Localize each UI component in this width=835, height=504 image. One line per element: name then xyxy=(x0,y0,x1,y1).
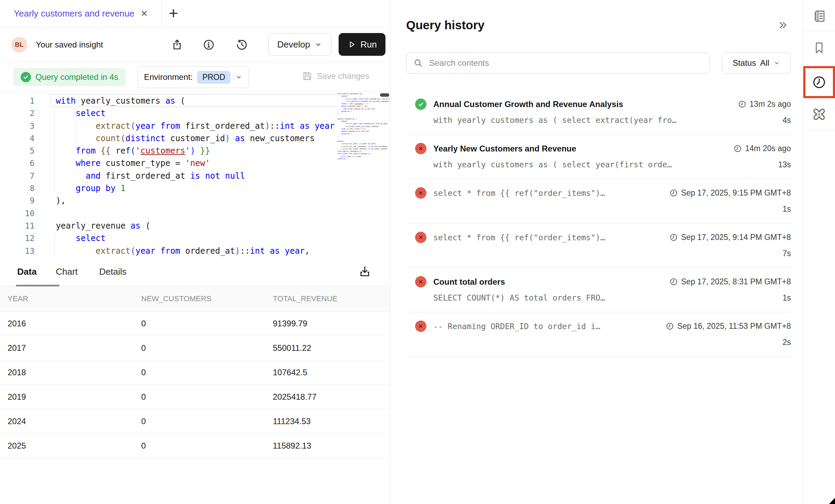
history-item-timestamp: 14m 20s ago xyxy=(733,144,791,153)
x-icon xyxy=(418,145,424,152)
sql-editor[interactable]: 12345678910111213 with yearly_customers … xyxy=(0,92,390,258)
line-numbers: 12345678910111213 xyxy=(0,95,34,257)
search-box[interactable] xyxy=(406,52,710,74)
notebook-icon[interactable] xyxy=(803,9,835,23)
status-icon xyxy=(415,276,426,287)
scrollbar-thumb[interactable] xyxy=(380,93,389,97)
history-item-duration: 4s xyxy=(783,116,791,125)
results-tab-bar: Data Chart Details xyxy=(0,258,390,286)
tab-chart[interactable]: Chart xyxy=(56,258,78,286)
status-filter[interactable]: Status All xyxy=(722,52,791,74)
history-item-title: select * from {{ ref("order_items")… xyxy=(433,233,662,242)
status-filter-label: Status xyxy=(733,58,756,68)
history-item-timestamp: 13m 2s ago xyxy=(738,99,791,109)
results-section: Data Chart Details YEAR NEW_CUSTOMERS TO… xyxy=(0,258,390,458)
environment-label: Environment: xyxy=(144,72,193,82)
tab-details[interactable]: Details xyxy=(99,258,126,286)
sidebar-divider xyxy=(803,130,835,130)
status-bar: Query completed in 4s Environment: PROD … xyxy=(0,62,390,92)
history-item[interactable]: Annual Customer Growth and Revenue Analy… xyxy=(406,90,791,135)
develop-label: Develop xyxy=(277,39,310,50)
new-tab-button[interactable]: + xyxy=(169,0,178,26)
chevron-down-icon xyxy=(773,60,780,66)
bookmark-icon[interactable] xyxy=(803,41,835,55)
info-icon[interactable] xyxy=(203,39,215,51)
search-icon xyxy=(413,58,423,68)
tab-divider xyxy=(161,0,162,27)
tab-yearly-customers[interactable]: Yearly customers and revenue xyxy=(14,0,134,27)
column-total-revenue: TOTAL_REVENUE xyxy=(273,294,390,303)
environment-selector[interactable]: Environment: PROD xyxy=(137,66,249,88)
history-item[interactable]: select * from {{ ref("order_items")… Sep… xyxy=(406,223,791,268)
chevron-down-icon xyxy=(235,73,243,81)
x-icon xyxy=(418,323,424,329)
history-item-duration: 1s xyxy=(783,293,791,303)
minimap[interactable]: with yearly_customers as ( select extrac… xyxy=(337,92,390,257)
status-icon xyxy=(415,321,426,332)
column-year: YEAR xyxy=(8,294,141,303)
history-item-title: select * from {{ ref("order_items")… xyxy=(433,189,662,198)
save-changes-button[interactable]: Save changes xyxy=(302,71,369,82)
share-icon[interactable] xyxy=(171,39,183,51)
history-controls: Status All xyxy=(406,52,791,74)
x-icon xyxy=(418,234,424,241)
download-icon[interactable] xyxy=(358,265,371,278)
history-item-duration: 13s xyxy=(778,160,791,169)
status-icon xyxy=(415,143,426,154)
run-label: Run xyxy=(360,39,377,50)
version-history-icon[interactable] xyxy=(236,39,248,51)
table-row: 2016091399.79 xyxy=(0,312,390,336)
status-icon xyxy=(415,187,426,199)
indent-guide xyxy=(54,107,55,195)
explore-lineage-icon[interactable] xyxy=(803,106,835,122)
collapse-panel-icon[interactable] xyxy=(778,20,788,30)
history-item[interactable]: Count total orders Sep 17, 2025, 8:31 PM… xyxy=(406,268,791,312)
insight-header: BL Your saved insight Develop xyxy=(0,28,390,62)
search-input[interactable] xyxy=(429,58,702,68)
history-item-title: Yearly New Customers and Revenue xyxy=(433,144,726,154)
history-item-duration: 1s xyxy=(783,204,791,214)
clock-icon xyxy=(669,277,678,286)
table-row: 20240111234.53 xyxy=(0,409,390,434)
code-content: with yearly_customers as ( select extrac… xyxy=(56,95,334,257)
history-item-timestamp: Sep 16, 2025, 11:53 PM GMT+8 xyxy=(666,322,791,331)
save-changes-label: Save changes xyxy=(317,71,369,81)
clock-icon xyxy=(666,322,674,330)
query-status-text: Query completed in 4s xyxy=(35,72,118,82)
clock-icon xyxy=(669,233,678,242)
history-item-timestamp: Sep 17, 2025, 9:15 PM GMT+8 xyxy=(669,188,791,198)
history-clock-icon[interactable] xyxy=(812,75,826,90)
history-item-query-preview: with yearly_customers as ( select extrac… xyxy=(433,116,776,125)
active-tab-indicator xyxy=(16,285,60,286)
history-item[interactable]: select * from {{ ref("order_items")… Sep… xyxy=(406,179,791,223)
table-row: 201902025418.77 xyxy=(0,385,390,409)
status-icon xyxy=(415,232,426,243)
tab-bar: Yearly customers and revenue ✕ + xyxy=(0,0,390,28)
develop-button[interactable]: Develop xyxy=(268,33,331,56)
table-header: YEAR NEW_CUSTOMERS TOTAL_REVENUE xyxy=(0,286,390,312)
run-button[interactable]: Run xyxy=(339,33,385,56)
history-item-query-preview: SELECT COUNT(*) AS total_orders FRO… xyxy=(433,293,776,302)
history-item-timestamp: Sep 17, 2025, 8:31 PM GMT+8 xyxy=(669,277,791,286)
play-icon xyxy=(347,40,356,49)
history-item-title: Annual Customer Growth and Revenue Analy… xyxy=(433,99,731,109)
history-item-title: Count total orders xyxy=(433,277,662,287)
clock-icon xyxy=(669,189,678,197)
history-item[interactable]: -- Renaming ORDER_ID to order_id i… Sep … xyxy=(406,312,791,357)
tab-close-icon[interactable]: ✕ xyxy=(141,0,148,27)
clock-icon xyxy=(733,144,742,153)
history-item[interactable]: Yearly New Customers and Revenue 14m 20s… xyxy=(406,135,791,179)
history-item-duration: 7s xyxy=(783,249,791,258)
tab-data[interactable]: Data xyxy=(17,258,37,286)
query-history-title: Query history xyxy=(406,18,791,32)
sidebar-divider xyxy=(803,31,835,31)
history-item-query-preview: with yearly_customers as ( select year(f… xyxy=(433,160,771,169)
success-check-icon xyxy=(21,72,31,82)
right-sidebar xyxy=(803,0,835,504)
status-icon xyxy=(415,98,426,110)
insight-title: Your saved insight xyxy=(36,28,103,62)
check-icon xyxy=(418,101,424,108)
table-body: 2016091399.7920170550011.2220180107642.5… xyxy=(0,312,390,458)
query-status-badge: Query completed in 4s xyxy=(13,68,126,86)
table-row: 20170550011.22 xyxy=(0,336,390,360)
